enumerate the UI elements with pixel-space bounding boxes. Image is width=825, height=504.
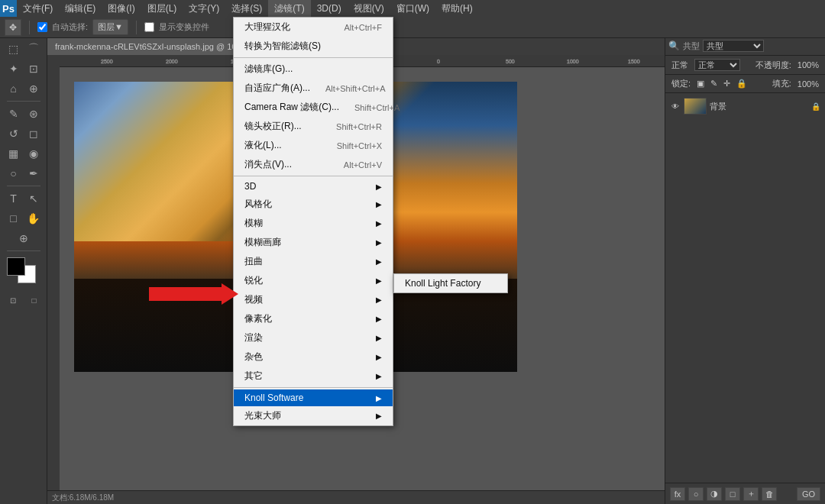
tool-eyedropper[interactable]: ⌂	[5, 79, 23, 98]
color-boxes	[7, 257, 40, 285]
go-button[interactable]: GO	[797, 487, 820, 501]
filter-menu-item-smart[interactable]: 转换为智能滤镜(S)	[234, 37, 393, 56]
filter-menu-item-adaptive[interactable]: 自适应广角(A)... Alt+Shift+Ctrl+A	[234, 79, 393, 98]
menu-file[interactable]: 文件(F)	[17, 0, 59, 17]
foreground-color[interactable]	[7, 257, 25, 276]
filter-gallery-label: 滤镜库(G)...	[244, 63, 293, 76]
search-type-select[interactable]: 共型	[703, 40, 764, 52]
tool-brush[interactable]: ✎	[5, 105, 23, 123]
lock-transparency[interactable]: ▣	[697, 79, 704, 89]
tool-rect-select[interactable]: ⬚	[5, 40, 23, 58]
filter-menu-item-sharpen[interactable]: 锐化 ▶	[234, 271, 393, 290]
tool-dodge[interactable]: ○	[5, 164, 23, 183]
filter-menu-item-video[interactable]: 视频 ▶	[234, 290, 393, 309]
filter-menu-item-knoll[interactable]: Knoll Software ▶	[234, 389, 393, 406]
tool-text[interactable]: T	[5, 189, 23, 208]
filter-menu-item-3d[interactable]: 3D ▶	[234, 178, 393, 195]
tool-shape[interactable]: □	[5, 209, 23, 228]
filter-pixelate-label: 像素化	[244, 312, 272, 325]
layer-delete-button[interactable]: 🗑	[762, 487, 777, 501]
tool-screen-mode[interactable]: □	[25, 291, 44, 309]
filter-dali-shortcut: Alt+Ctrl+F	[344, 23, 382, 32]
filter-menu-item-lightbeam[interactable]: 光束大师 ▶	[234, 406, 393, 425]
tool-quick-mask[interactable]: ⊡	[4, 291, 22, 309]
move-tool-options[interactable]: ✥	[5, 19, 21, 36]
blend-mode-select[interactable]: 正常	[694, 59, 740, 71]
tool-stamp[interactable]: ⊛	[24, 105, 43, 123]
filter-video-arrow: ▶	[376, 296, 382, 304]
tool-pen[interactable]: ✒	[24, 164, 43, 183]
tool-zoom[interactable]: ⊕	[15, 229, 33, 247]
show-transform-checkbox[interactable]	[144, 22, 154, 32]
auto-select-checkbox[interactable]	[37, 22, 47, 32]
filter-menu-item-distort[interactable]: 扭曲 ▶	[234, 252, 393, 271]
filter-lens-label: 镜头校正(R)...	[244, 120, 302, 133]
layers-list: 👁 背景 🔒	[665, 93, 825, 119]
filter-menu-item-pixelate[interactable]: 像素化 ▶	[234, 309, 393, 328]
filter-menu-item-noise[interactable]: 杂色 ▶	[234, 347, 393, 367]
blend-mode-label: 正常	[671, 60, 688, 71]
filter-menu-item-camera[interactable]: Camera Raw 滤镜(C)... Shift+Ctrl+A	[234, 98, 393, 117]
menu-divider-2	[234, 176, 393, 176]
menu-filter[interactable]: 滤镜(T)	[268, 0, 310, 17]
ps-logo: Ps	[0, 0, 17, 17]
filter-menu-item-lens[interactable]: 镜头校正(R)... Shift+Ctrl+R	[234, 117, 393, 136]
tool-hand[interactable]: ✋	[24, 209, 43, 228]
svg-text:2000: 2000	[166, 59, 178, 64]
knoll-light-factory-item[interactable]: Knoll Light Factory	[394, 274, 507, 292]
filter-knoll-arrow: ▶	[376, 394, 382, 402]
lock-paint[interactable]: ✎	[710, 79, 717, 89]
menu-divider-3	[234, 387, 393, 388]
filter-menu-item-blur[interactable]: 模糊 ▶	[234, 214, 393, 233]
layers-search-bar: 🔍 共型 共型	[665, 37, 825, 56]
filter-sharpen-label: 锐化	[244, 274, 263, 287]
opacity-label: 不透明度:	[755, 60, 791, 71]
filter-menu-item-dali[interactable]: 大理猩汉化 Alt+Ctrl+F	[234, 18, 393, 37]
menu-edit[interactable]: 编辑(E)	[59, 0, 102, 17]
layer-item[interactable]: 👁 背景 🔒	[667, 95, 823, 118]
tool-history[interactable]: ↺	[5, 124, 23, 143]
toolbox: ✥ ⊡ ⬚ ⌒ ✦ ⊡ ⌂ ⊕ ✎ ⊛ ↺ ◻ ▦ ◉ ○ ✒ T ↖ □ ✋ …	[0, 17, 47, 504]
auto-select-label: 自动选择:	[52, 21, 88, 33]
layer-mask-button[interactable]: ○	[688, 487, 704, 501]
menu-view[interactable]: 视图(V)	[348, 0, 390, 17]
filter-menu-item-other[interactable]: 其它 ▶	[234, 367, 393, 386]
layer-new-button[interactable]: ＋	[743, 487, 759, 501]
tool-gradient[interactable]: ▦	[5, 144, 23, 163]
layer-visibility-eye[interactable]: 👁	[670, 101, 681, 111]
menu-text[interactable]: 文字(Y)	[183, 0, 225, 17]
layer-group-button[interactable]: □	[725, 487, 740, 501]
menu-image[interactable]: 图像(I)	[102, 0, 141, 17]
layer-adjustment-button[interactable]: ◑	[707, 487, 722, 501]
filter-vanish-label: 消失点(V)...	[244, 158, 292, 171]
menu-layer[interactable]: 图层(L)	[141, 0, 183, 17]
menu-window[interactable]: 窗口(W)	[390, 0, 435, 17]
filter-menu-item-gallery[interactable]: 滤镜库(G)...	[234, 60, 393, 79]
layer-dropdown[interactable]: 图层▼	[92, 19, 128, 35]
menu-help[interactable]: 帮助(H)	[435, 0, 479, 17]
filter-menu-item-vanish[interactable]: 消失点(V)... Alt+Ctrl+V	[234, 155, 393, 174]
filter-menu-item-blurgallery[interactable]: 模糊画廊 ▶	[234, 233, 393, 252]
filter-menu-item-liquefy[interactable]: 液化(L)... Shift+Ctrl+X	[234, 136, 393, 155]
lock-all[interactable]: 🔒	[736, 79, 747, 89]
tool-eraser[interactable]: ◻	[24, 124, 43, 143]
svg-rect-12	[47, 55, 60, 504]
menu-select[interactable]: 选择(S)	[225, 0, 268, 17]
tool-path-select[interactable]: ↖	[24, 189, 43, 208]
tool-wand[interactable]: ✦	[5, 60, 23, 78]
filter-menu-item-render[interactable]: 渲染 ▶	[234, 328, 393, 347]
filter-sharpen-arrow: ▶	[376, 276, 382, 285]
filter-blurgallery-label: 模糊画廊	[244, 236, 281, 249]
svg-text:500: 500	[506, 59, 515, 64]
lock-position[interactable]: ✛	[723, 79, 730, 89]
menu-3d[interactable]: 3D(D)	[311, 0, 348, 17]
tool-lasso[interactable]: ⌒	[24, 40, 43, 58]
layers-fill-controls: 锁定: ▣ ✎ ✛ 🔒 填充: 100%	[665, 75, 825, 93]
filter-render-arrow: ▶	[376, 334, 382, 342]
tool-blur[interactable]: ◉	[24, 144, 43, 163]
tool-heal[interactable]: ⊕	[24, 79, 43, 98]
layer-fx-button[interactable]: fx	[670, 487, 685, 501]
svg-text:0: 0	[437, 59, 440, 64]
tool-crop[interactable]: ⊡	[24, 60, 43, 78]
filter-menu-item-stylize[interactable]: 风格化 ▶	[234, 195, 393, 214]
